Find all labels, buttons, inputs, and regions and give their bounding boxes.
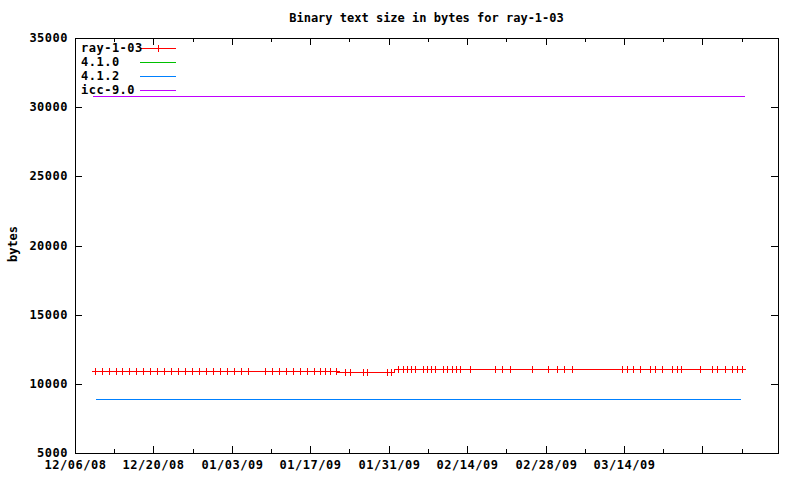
x-tick-label: 01/31/09 (348, 458, 432, 472)
legend-label-4.1.2: 4.1.2 (81, 69, 120, 83)
y-tick-label: 20000 (6, 239, 68, 253)
y-tick-label: 30000 (6, 100, 68, 114)
plot-area (0, 0, 800, 480)
legend-label-ray-1-03: ray-1-03 (81, 41, 143, 55)
y-tick-label: 10000 (6, 377, 68, 391)
x-tick-label: 02/14/09 (426, 458, 510, 472)
x-tick-label: 03/14/09 (583, 458, 667, 472)
legend-label-icc-9.0: icc-9.0 (81, 83, 135, 97)
y-tick-label: 35000 (6, 31, 68, 45)
x-tick-label: 01/17/09 (269, 458, 353, 472)
x-tick-label: 12/20/08 (112, 458, 196, 472)
binary-size-chart: Binary text size in bytes for ray-1-03 b… (0, 0, 800, 480)
legend-label-4.1.0: 4.1.0 (81, 55, 120, 69)
x-tick-label: 12/06/08 (34, 458, 118, 472)
y-tick-label: 25000 (6, 169, 68, 183)
x-tick-label: 02/28/09 (505, 458, 589, 472)
x-tick-label: 01/03/09 (191, 458, 275, 472)
y-tick-label: 15000 (6, 308, 68, 322)
plot-border (76, 39, 779, 454)
